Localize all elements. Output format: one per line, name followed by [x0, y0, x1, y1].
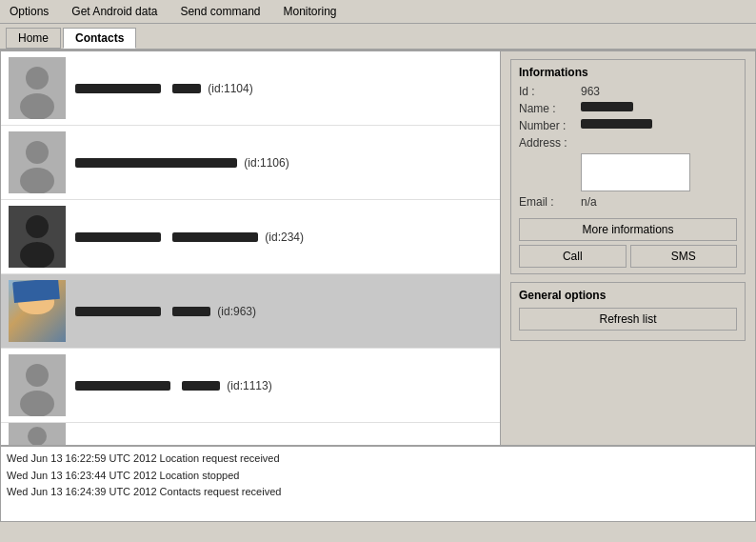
svg-point-1	[26, 67, 49, 90]
email-label: Email :	[519, 195, 581, 209]
contact-id-1106: (id:1106)	[241, 156, 289, 170]
log-panel: Wed Jun 13 16:22:59 UTC 2012 Location re…	[0, 446, 756, 522]
contact-list-scroll[interactable]: (id:1104) (id:1106)	[1, 51, 500, 445]
tab-contacts[interactable]: Contacts	[63, 28, 136, 49]
refresh-list-button[interactable]: Refresh list	[519, 308, 737, 331]
menu-monitoring[interactable]: Monitoring	[279, 3, 340, 20]
number-label: Number :	[519, 119, 581, 132]
avatar-963	[9, 280, 66, 342]
email-value: n/a	[581, 195, 597, 209]
contact-id-1104: (id:1104)	[205, 82, 253, 95]
more-info-button[interactable]: More informations	[519, 218, 737, 241]
contact-name-blur	[75, 307, 161, 316]
info-row-number: Number :	[519, 119, 737, 132]
avatar-234	[9, 206, 66, 268]
address-box	[581, 153, 690, 191]
info-panel: Informations Id : 963 Name : Number : Ad…	[501, 51, 755, 445]
contact-info-963: (id:963)	[75, 305, 256, 318]
menu-send-command[interactable]: Send command	[176, 3, 264, 20]
log-line-2: Wed Jun 13 16:24:39 UTC 2012 Contacts re…	[7, 484, 749, 501]
log-line-0: Wed Jun 13 16:22:59 UTC 2012 Location re…	[7, 451, 749, 468]
contact-name-blur	[75, 232, 161, 242]
avatar-partial	[9, 423, 66, 446]
contact-item-1106[interactable]: (id:1106)	[1, 126, 500, 200]
svg-point-11	[20, 391, 54, 416]
id-value: 963	[581, 85, 600, 98]
name-value	[581, 102, 633, 111]
info-row-address: Address :	[519, 136, 737, 150]
avatar-1104	[9, 57, 66, 119]
contact-extra-blur	[172, 232, 258, 242]
contact-info-234: (id:234)	[75, 231, 304, 244]
menu-get-android[interactable]: Get Android data	[68, 3, 161, 20]
info-row-name: Name :	[519, 102, 737, 115]
contact-item-partial[interactable]	[1, 423, 500, 445]
avatar-1106	[9, 131, 66, 193]
name-label: Name :	[519, 102, 581, 115]
info-row-email: Email : n/a	[519, 195, 737, 209]
info-row-id: Id : 963	[519, 85, 737, 98]
call-button[interactable]: Call	[519, 245, 627, 268]
options-section: General options Refresh list	[510, 282, 746, 341]
contact-name-blur	[75, 381, 170, 391]
sms-button[interactable]: SMS	[630, 245, 738, 268]
contact-info-1113: (id:1113)	[75, 379, 272, 392]
number-value	[581, 119, 652, 129]
tab-home[interactable]: Home	[6, 28, 61, 49]
svg-point-2	[20, 93, 54, 119]
svg-point-10	[26, 364, 49, 387]
call-sms-row: Call SMS	[519, 245, 737, 268]
contact-list-panel: (id:1104) (id:1106)	[1, 51, 501, 445]
menubar: Options Get Android data Send command Mo…	[0, 0, 756, 24]
contact-id-1113: (id:1113)	[224, 379, 272, 392]
contact-extra-blur	[172, 84, 201, 93]
address-label: Address :	[519, 136, 581, 150]
info-section: Informations Id : 963 Name : Number : Ad…	[510, 59, 746, 274]
main-content: (id:1104) (id:1106)	[0, 50, 756, 446]
options-section-title: General options	[519, 289, 737, 302]
contact-name-blur	[75, 84, 161, 93]
contact-item-234[interactable]: (id:234)	[1, 200, 500, 274]
menu-options[interactable]: Options	[6, 3, 52, 20]
tabbar: Home Contacts	[0, 24, 756, 50]
svg-point-4	[26, 141, 49, 164]
svg-point-5	[20, 168, 54, 193]
contact-extra-blur	[172, 307, 210, 316]
contact-info-1104: (id:1104)	[75, 82, 253, 95]
svg-point-13	[28, 427, 47, 446]
contact-info-1106: (id:1106)	[75, 156, 289, 170]
contact-extra-blur	[182, 381, 220, 391]
info-section-title: Informations	[519, 66, 737, 79]
contact-name-blur	[75, 158, 237, 168]
contact-item-1113[interactable]: (id:1113)	[1, 349, 500, 423]
log-line-1: Wed Jun 13 16:23:44 UTC 2012 Location st…	[7, 468, 749, 485]
id-label: Id :	[519, 85, 581, 98]
svg-point-8	[20, 242, 54, 268]
avatar-1113	[9, 354, 66, 416]
contact-item-1104[interactable]: (id:1104)	[1, 51, 500, 126]
avatar-photo-963	[9, 280, 66, 342]
svg-point-7	[26, 215, 49, 238]
contact-id-963: (id:963)	[214, 305, 256, 318]
contact-id-234: (id:234)	[262, 231, 304, 244]
contact-item-963[interactable]: (id:963)	[1, 274, 500, 349]
